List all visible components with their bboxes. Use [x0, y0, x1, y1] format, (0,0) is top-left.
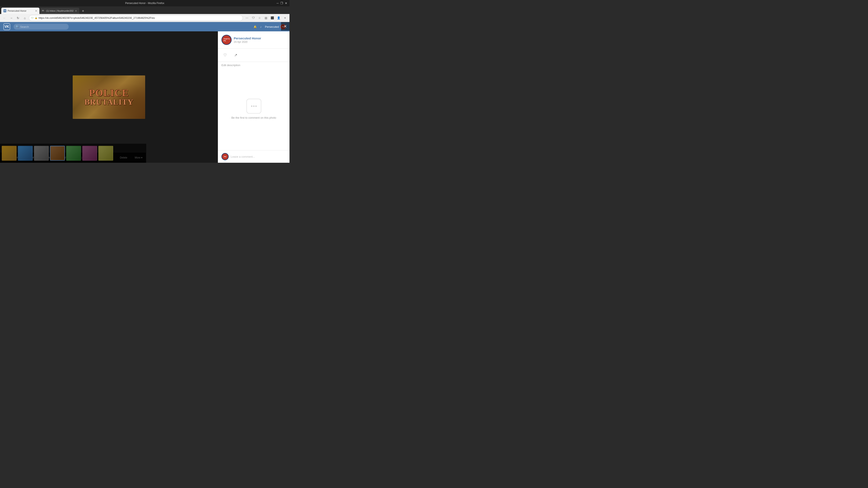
user-label: Persecuted — [265, 25, 279, 28]
titlebar-buttons: ─ ❐ ✕ — [277, 1, 287, 5]
sidebar-header: THAT'SPH Persecuted Honor 24 Apr 2020 — [218, 31, 289, 49]
vk-header: VK 🔍 Search 🔔 ♪ Persecuted PH — [0, 22, 289, 31]
tab-label-1: Persecuted Honor — [8, 9, 34, 12]
comment-input-area: PH Leave a comment... — [218, 150, 289, 163]
lock-icon: 🔒 — [35, 17, 37, 19]
thumbnail-2[interactable] — [18, 146, 33, 161]
extensions-button[interactable]: ⋯ — [244, 15, 250, 21]
user-info: THAT'SPH Persecuted Honor 24 Apr 2020 — [221, 35, 286, 45]
photo-viewer: POLICE BRUTALITY COMPLETE POLITICAL CORR… — [0, 31, 289, 163]
photo-area: POLICE BRUTALITY COMPLETE POLITICAL CORR… — [0, 31, 218, 163]
dot-2 — [253, 105, 254, 107]
close-icon: × — [284, 23, 287, 29]
comments-area: Be the first to comment on this photo — [218, 68, 289, 150]
vk-search-bar[interactable]: 🔍 Search — [13, 24, 69, 30]
user-avatar[interactable]: THAT'SPH — [221, 35, 231, 45]
vk-favicon: VK — [3, 9, 6, 12]
browser-title: Persecuted Honor - Mozilla Firefox — [125, 2, 164, 5]
thumbnail-1[interactable] — [2, 146, 17, 161]
user-date: 24 Apr 2020 — [234, 40, 261, 43]
thumbnail-5[interactable] — [66, 146, 81, 161]
bookmarks-button[interactable]: ▤ — [263, 15, 269, 21]
toolbar-right: ⋯ 🛡 ☆ ▤ ⬛ 👤 ≡ — [244, 15, 288, 21]
share-icon: ↗ — [234, 53, 237, 57]
notifications-icon[interactable]: 🔔 — [253, 25, 257, 28]
thumbnail-strip — [0, 144, 146, 163]
sidebar-panel: × THAT'SPH Persecuted Honor 24 Apr 2020 … — [218, 31, 289, 163]
thumbnail-7[interactable] — [98, 146, 113, 161]
no-comments-icon — [246, 99, 261, 114]
browser-tabs: VK Persecuted Honor ✕ ✉ (1) Inbox | floy… — [0, 6, 289, 14]
url-bar[interactable]: 🛡 🔒 https://vk.com/id546240230?z=photo54… — [29, 15, 243, 21]
thumbnail-4[interactable] — [50, 146, 65, 161]
browser-titlebar: Persecuted Honor - Mozilla Firefox ─ ❐ ✕ — [0, 0, 289, 6]
edit-description-button[interactable]: Edit description — [218, 62, 289, 68]
home-icon: ⌂ — [24, 16, 26, 20]
music-icon[interactable]: ♪ — [260, 25, 262, 28]
search-icon: 🔍 — [16, 25, 19, 28]
brutality-text: BRUTALITY — [84, 98, 133, 106]
user-name[interactable]: Persecuted Honor — [234, 36, 261, 40]
shield-button[interactable]: 🛡 — [250, 15, 256, 21]
no-comments-text: Be the first to comment on this photo — [231, 116, 276, 119]
forward-icon: → — [10, 16, 13, 20]
close-window-button[interactable]: ✕ — [285, 1, 287, 5]
refresh-button[interactable]: ↻ — [15, 15, 21, 21]
police-text: POLICE — [89, 88, 129, 98]
user-meta: Persecuted Honor 24 Apr 2020 — [234, 36, 261, 43]
minimize-button[interactable]: ─ — [277, 1, 279, 5]
menu-button[interactable]: ≡ — [282, 15, 288, 21]
refresh-icon: ↻ — [17, 16, 19, 20]
tab-label-2: (1) Inbox | floydmurder202 — [46, 9, 73, 12]
tab-manager-button[interactable]: ⬛ — [270, 15, 275, 21]
back-button[interactable]: ← — [2, 15, 7, 21]
browser-toolbar: ← → ↻ ⌂ 🛡 🔒 https://vk.com/id546240230?z… — [0, 14, 289, 22]
tab-inbox[interactable]: ✉ (1) Inbox | floydmurder202 ✕ — [40, 8, 79, 14]
comment-input[interactable]: Leave a comment... — [231, 155, 255, 158]
dots-indicator — [251, 105, 257, 107]
thumbnail-6[interactable] — [82, 146, 97, 161]
sidebar-actions: ♡ ↗ — [218, 49, 289, 62]
mail-favicon: ✉ — [42, 9, 45, 12]
home-button[interactable]: ⌂ — [22, 15, 28, 21]
thumbnail-3[interactable] — [34, 146, 49, 161]
back-icon: ← — [3, 16, 6, 20]
like-button[interactable]: ♡ — [221, 52, 229, 59]
forward-button[interactable]: → — [8, 15, 14, 21]
star-button[interactable]: ☆ — [257, 15, 262, 21]
tab-close-1[interactable]: ✕ — [35, 9, 37, 12]
photo-image: POLICE BRUTALITY — [73, 75, 145, 119]
share-action-button[interactable]: ↗ — [232, 52, 239, 59]
dot-1 — [251, 105, 252, 107]
heart-icon: ♡ — [223, 53, 227, 57]
vk-logo[interactable]: VK — [3, 23, 10, 30]
close-button[interactable]: × — [281, 22, 289, 31]
dot-3 — [255, 105, 257, 107]
maximize-button[interactable]: ❐ — [280, 1, 283, 5]
tab-persecuted-honor[interactable]: VK Persecuted Honor ✕ — [1, 8, 39, 14]
security-icon: 🛡 — [31, 17, 33, 19]
new-tab-button[interactable]: + — [80, 8, 86, 14]
search-placeholder: Search — [20, 25, 29, 28]
url-text: https://vk.com/id546240230?z=photo546240… — [38, 17, 241, 20]
commenter-avatar: PH — [221, 153, 229, 160]
tab-close-2[interactable]: ✕ — [75, 9, 77, 12]
account-button[interactable]: 👤 — [276, 15, 281, 21]
avatar-inner: THAT'SPH — [222, 35, 231, 44]
